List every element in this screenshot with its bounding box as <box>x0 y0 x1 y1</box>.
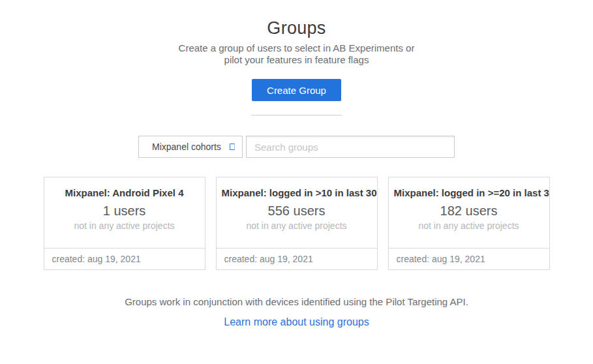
page-subtitle-line2: pilot your features in feature flags <box>0 54 593 66</box>
group-card[interactable]: Mixpanel: logged in >=20 in last 30... 1… <box>388 177 550 270</box>
group-name: Mixpanel: logged in >=20 in last 30... <box>389 187 549 198</box>
group-card[interactable]: Mixpanel: Android Pixel 4 1 users not in… <box>44 177 205 270</box>
group-status: not in any active projects <box>44 220 205 231</box>
group-created-date: created: aug 19, 2021 <box>44 248 205 269</box>
dropdown-indicator-icon <box>230 144 235 150</box>
create-group-button[interactable]: Create Group <box>252 79 341 101</box>
group-user-count: 556 users <box>217 204 377 219</box>
filter-row: Mixpanel cohorts <box>0 136 593 158</box>
page-title: Groups <box>0 18 593 38</box>
page-header: Groups Create a group of users to select… <box>0 0 593 115</box>
group-name: Mixpanel: Android Pixel 4 <box>44 187 205 198</box>
footer-info-text: Groups work in conjunction with devices … <box>0 296 593 307</box>
learn-more-link[interactable]: Learn more about using groups <box>224 316 369 327</box>
cohort-source-dropdown[interactable]: Mixpanel cohorts <box>138 136 243 158</box>
group-status: not in any active projects <box>389 220 549 231</box>
group-created-date: created: aug 19, 2021 <box>389 248 549 269</box>
group-card[interactable]: Mixpanel: logged in >10 in last 30 ... 5… <box>216 177 378 270</box>
group-user-count: 182 users <box>389 204 549 219</box>
group-card-body: Mixpanel: logged in >=20 in last 30... 1… <box>389 177 549 248</box>
page-subtitle: Create a group of users to select in AB … <box>0 42 593 66</box>
footer-link-row: Learn more about using groups <box>0 316 593 328</box>
group-user-count: 1 users <box>44 204 205 219</box>
group-card-body: Mixpanel: Android Pixel 4 1 users not in… <box>44 177 205 248</box>
search-groups-input[interactable] <box>246 136 455 158</box>
group-status: not in any active projects <box>217 220 377 231</box>
group-card-body: Mixpanel: logged in >10 in last 30 ... 5… <box>217 177 377 248</box>
group-created-date: created: aug 19, 2021 <box>217 248 377 269</box>
cohort-source-dropdown-value: Mixpanel cohorts <box>152 142 221 152</box>
group-name: Mixpanel: logged in >10 in last 30 ... <box>217 187 377 198</box>
page-subtitle-line1: Create a group of users to select in AB … <box>0 42 593 54</box>
groups-page: Groups Create a group of users to select… <box>0 0 593 364</box>
group-cards-row: Mixpanel: Android Pixel 4 1 users not in… <box>0 177 593 270</box>
header-divider <box>251 115 342 115</box>
